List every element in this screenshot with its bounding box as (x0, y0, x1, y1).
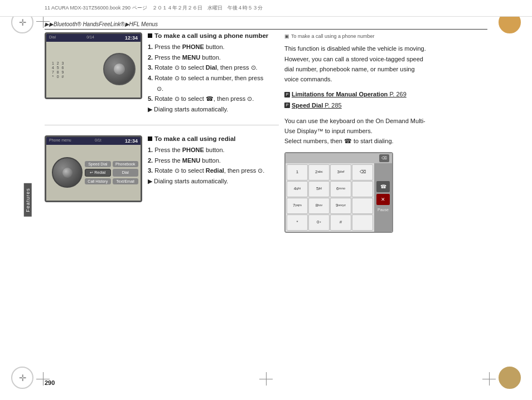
dial-number-grid: 123 456 789 *0# (48, 60, 103, 80)
kb-layout: 1 2abc 3def ⌫ 4ghi 5jkl 6mno 7pqrs 8tuv … (286, 163, 392, 232)
kb-side: ☎ ✕ Pause (374, 163, 392, 232)
section2-bullet (148, 136, 152, 141)
key-4[interactable]: 4ghi (287, 181, 308, 197)
phone-menu-grid: Speed Dial Phonebook ↩ Redial Dial Call … (85, 161, 138, 184)
section1-block: Dial 0/14 12:34 123 456 789 *0# (45, 32, 279, 115)
key-2[interactable]: 2abc (308, 164, 330, 181)
ref1-text: Limitations for Manual Operation P. 269 (292, 90, 407, 100)
section1-title: To make a call using a phone number (148, 32, 279, 39)
keyboard-screen: ⌫ 1 2abc 3def ⌫ 4ghi 5jkl 6mno 7pqrs 8tu… (284, 152, 393, 233)
section1-bullet (148, 33, 152, 38)
speed-dial-btn[interactable]: Speed Dial (85, 161, 111, 167)
dial-screen-header: Dial 0/14 12:34 (46, 34, 141, 42)
section2-steps: 1. Press the PHONE button. 2. Press the … (148, 145, 279, 187)
key-del[interactable]: ⌫ (352, 164, 373, 181)
step2-2: 2. Press the MENU button. (148, 155, 279, 166)
section2-block: Phone menu 0/1t 12:34 Speed Dial Phonebo (45, 135, 279, 202)
ref-link2: P Speed Dial P. 285 (284, 101, 487, 111)
ref2-text: Speed Dial P. 285 (292, 101, 342, 111)
phone-menu-screen: Phone menu 0/1t 12:34 Speed Dial Phonebo (45, 135, 142, 202)
step1-4: 4. Rotate ⊙ to select a number, then pre… (148, 73, 279, 84)
right-body2: You can use the keyboard on the On Deman… (284, 116, 487, 146)
key-blank1 (352, 181, 373, 197)
corner-decoration-bl: ✛ (11, 367, 33, 389)
section1-steps: 1. Press the PHONE button. 2. Press the … (148, 42, 279, 115)
header-info: 11 ACURA MDX-31TZ56000.book 290 ページ ２０１４… (45, 4, 263, 12)
step2-3: 3. Rotate ⊙ to select Redial, then press… (148, 165, 279, 176)
ref-link1: P Limitations for Manual Operation P. 26… (284, 90, 487, 100)
section2-title: To make a call using redial (148, 135, 279, 142)
corner-decoration-br (499, 367, 521, 389)
phone-menu-time: 12:34 (125, 138, 138, 144)
key-6[interactable]: 6mno (330, 181, 351, 197)
breadcrumb-line (45, 29, 487, 30)
kb-pause-label: Pause (378, 207, 389, 213)
kb-grid[interactable]: 1 2abc 3def ⌫ 4ghi 5jkl 6mno 7pqrs 8tuv … (286, 163, 374, 232)
phone-menu-header: Phone menu 0/1t 12:34 (46, 137, 141, 145)
key-star[interactable]: * (287, 214, 308, 231)
main-content: Dial 0/14 12:34 123 456 789 *0# (45, 32, 487, 372)
right-body1: This function is disabled while the vehi… (284, 43, 487, 84)
step1-4b: ⊙. (157, 84, 279, 94)
key-1[interactable]: 1 (287, 164, 308, 181)
step1-3: 3. Rotate ⊙ to select Dial, then press ⊙… (148, 62, 279, 73)
phone-menu-knob (52, 157, 83, 188)
text-email-btn[interactable]: Text/Email (113, 178, 139, 184)
right-column: To make a call using a phone number This… (284, 32, 487, 372)
key-hash[interactable]: # (330, 214, 351, 231)
ref2-icon: P (284, 103, 290, 108)
key-5[interactable]: 5jkl (308, 181, 330, 197)
call-history-btn[interactable]: Call History (85, 178, 111, 184)
step1-5: 5. Rotate ⊙ to select ☎, then press ⊙. (148, 94, 279, 104)
key-3[interactable]: 3def (330, 164, 351, 181)
key-blank2 (352, 198, 373, 214)
key-blank3 (352, 214, 373, 231)
phonebook-btn[interactable]: Phonebook (113, 161, 139, 167)
key-9[interactable]: 9wxyz (330, 198, 351, 214)
dial-knob (103, 53, 136, 85)
step1-2: 2. Press the MENU button. (148, 52, 279, 63)
section1-instructions: To make a call using a phone number 1. P… (148, 32, 279, 115)
breadcrumb: ▶▶Bluetooth® HandsFreeLink®▶HFL Menus (45, 21, 158, 27)
dial-indicator: 0/14 (86, 35, 94, 41)
dial-time: 12:34 (125, 35, 138, 41)
right-note-header: To make a call using a phone number (284, 32, 487, 40)
page-number: 290 (45, 379, 55, 386)
left-column: Dial 0/14 12:34 123 456 789 *0# (45, 32, 279, 372)
key-0[interactable]: 0+ (308, 214, 330, 231)
dial-screen-mockup: Dial 0/14 12:34 123 456 789 *0# (45, 32, 142, 99)
ref1-icon: P (284, 92, 290, 97)
kb-header: ⌫ (286, 153, 392, 163)
crosshair-br2 (482, 372, 496, 386)
phone-menu-indicator: 0/1t (95, 138, 101, 144)
header-bar: 11 ACURA MDX-31TZ56000.book 290 ページ ２０１４… (0, 0, 532, 17)
dial-label: Dial (49, 35, 56, 41)
kb-end-btn[interactable]: ✕ (376, 194, 390, 205)
section2-instructions: To make a call using redial 1. Press the… (148, 135, 279, 202)
dial-btn[interactable]: Dial (113, 169, 139, 177)
step2-arrow: ▶ Dialing starts automatically. (148, 176, 279, 187)
step1-1: 1. Press the PHONE button. (148, 42, 279, 52)
section-divider (45, 125, 279, 125)
phone-menu-label: Phone menu (49, 138, 71, 144)
key-8[interactable]: 8tuv (308, 198, 330, 214)
step1-arrow: ▶ Dialing starts automatically. (148, 104, 279, 115)
redial-btn[interactable]: ↩ Redial (85, 169, 111, 177)
knob-inner2 (62, 168, 72, 178)
knob-center (114, 64, 125, 75)
kb-call-btn[interactable]: ☎ (376, 181, 390, 192)
key-7[interactable]: 7pqrs (287, 198, 308, 214)
kb-back-icon: ⌫ (379, 154, 389, 162)
step2-1: 1. Press the PHONE button. (148, 145, 279, 155)
features-tab: Features (24, 183, 32, 217)
crosshair-bc (259, 372, 273, 386)
